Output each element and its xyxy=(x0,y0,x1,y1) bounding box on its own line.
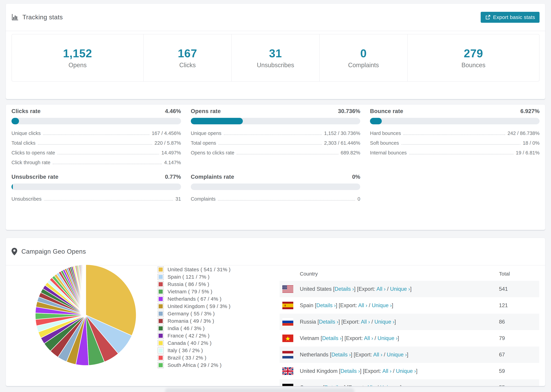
bracket: ] [Export: xyxy=(344,385,366,386)
stat-box-clicks: 167Clicks xyxy=(143,34,231,81)
country-name: United States xyxy=(300,286,333,292)
export-basic-stats-button[interactable]: Export basic stats xyxy=(481,12,540,23)
details-link[interactable]: Details › xyxy=(316,302,336,308)
legend-label: Brazil ( 33 / 2% ) xyxy=(168,355,206,361)
rate-block-unsubscribe-rate: Unsubscribe rate0.77%Unsubscribes31 xyxy=(11,174,181,203)
rate-row: Unique clicks167 / 4.456% xyxy=(11,128,181,138)
export-all-link[interactable]: All › xyxy=(366,385,375,386)
country-name: Germany xyxy=(300,385,323,386)
legend-swatch-color xyxy=(159,334,163,338)
rate-row-label: Complaints xyxy=(191,196,216,202)
dotted-leader xyxy=(403,134,505,135)
geo-table-header: Country Total xyxy=(280,267,539,281)
column-header-country: Country xyxy=(280,271,499,277)
legend-swatch-color xyxy=(159,275,163,279)
geo-table-row-nl: Netherlands [Details ›] [Export: All › /… xyxy=(280,347,539,363)
dotted-leader xyxy=(38,144,152,145)
details-link[interactable]: Details › xyxy=(322,335,342,341)
legend-label: Netherlands ( 67 / 4% ) xyxy=(168,296,221,302)
progress-bar-fill xyxy=(11,118,19,124)
legend-label: United States ( 541 / 31% ) xyxy=(168,267,231,273)
export-all-link[interactable]: All › xyxy=(382,368,391,374)
legend-swatch-color xyxy=(159,267,163,272)
rate-row-label: Soft bounces xyxy=(370,140,399,146)
export-unique-link[interactable]: Unique › xyxy=(390,286,410,292)
rate-row: Hard bounces242 / 86.738% xyxy=(370,128,540,138)
legend-swatch xyxy=(158,355,164,361)
geo-table-row-vn: Vietnam [Details ›] [Export: All › / Uni… xyxy=(280,330,539,347)
country-cell: Vietnam [Details ›] [Export: All › / Uni… xyxy=(293,335,499,341)
legend-item-romania: Romania ( 49 / 3% ) xyxy=(158,318,231,324)
geo-table-row-ru: Russia [Details ›] [Export: All › / Uniq… xyxy=(280,314,539,330)
rate-row-label: Click through rate xyxy=(11,160,50,165)
legend-swatch-color xyxy=(159,341,163,345)
legend-item-italy: Italy ( 36 / 2% ) xyxy=(158,347,231,354)
bracket: ] [Export: xyxy=(342,335,364,341)
rate-head: Bounce rate6.927% xyxy=(370,108,540,114)
legend-label: India ( 46 / 3% ) xyxy=(168,325,205,331)
rate-row-value: 4.147% xyxy=(164,160,181,165)
details-link[interactable]: Details › xyxy=(335,286,354,292)
legend-item-vietnam: Vietnam ( 79 / 5% ) xyxy=(158,288,231,295)
rate-row-label: Clicks to opens rate xyxy=(11,150,55,156)
geo-table-row-es: Spain [Details ›] [Export: All › / Uniqu… xyxy=(280,297,539,314)
export-all-link[interactable]: All › xyxy=(364,335,373,341)
bracket: ] [Export: xyxy=(354,286,376,292)
details-link[interactable]: Details › xyxy=(331,352,351,358)
pie-legend: United States ( 541 / 31% )Spain ( 121 /… xyxy=(158,266,231,369)
legend-swatch xyxy=(158,318,164,324)
tracking-stats-card: Tracking stats Export basic stats 1,152O… xyxy=(6,3,545,99)
slash-separator: / xyxy=(391,368,396,374)
column-header-total: Total xyxy=(499,271,539,277)
total-cell: 86 xyxy=(499,319,539,325)
export-unique-link[interactable]: Unique › xyxy=(377,335,397,341)
legend-item-south-africa: South Africa ( 29 / 2% ) xyxy=(158,362,231,368)
dotted-leader xyxy=(219,144,322,145)
vn-flag-icon xyxy=(282,335,293,342)
export-all-link[interactable]: All › xyxy=(376,286,386,292)
bracket: ] xyxy=(400,385,402,386)
legend-swatch-color xyxy=(159,312,163,316)
rate-row-label: Unsubscribes xyxy=(11,196,42,202)
stat-label: Complaints xyxy=(348,62,379,69)
rate-row: Unique opens1,152 / 30.736% xyxy=(191,128,360,138)
geo-table-row-us: United States [Details ›] [Export: All ›… xyxy=(280,281,539,297)
export-all-link[interactable]: All › xyxy=(373,352,382,358)
slash-separator: / xyxy=(373,335,377,341)
slash-separator: / xyxy=(386,286,390,292)
export-unique-link[interactable]: Unique › xyxy=(380,385,400,386)
rate-rows: Unique opens1,152 / 30.736%Total opens2,… xyxy=(191,128,360,157)
gb-flag-icon xyxy=(282,367,293,375)
legend-label: Romania ( 49 / 3% ) xyxy=(168,318,214,324)
rate-row: Complaints0 xyxy=(191,193,360,203)
dotted-leader xyxy=(218,200,355,201)
rate-row-value: 167 / 4.456% xyxy=(152,131,181,136)
rate-head: Clicks rate4.46% xyxy=(11,108,181,114)
country-name: Netherlands xyxy=(300,352,330,358)
slash-separator: / xyxy=(370,319,374,325)
export-unique-link[interactable]: Unique › xyxy=(387,352,407,358)
stat-value: 1,152 xyxy=(63,47,92,60)
details-link[interactable]: Details › xyxy=(319,319,339,325)
export-unique-link[interactable]: Unique › xyxy=(374,319,395,325)
campaign-geo-opens-card: Campaign Geo Opens United States ( 541 /… xyxy=(6,238,545,386)
bracket: ] xyxy=(392,302,393,308)
legend-swatch xyxy=(158,296,164,302)
rate-row-value: 689.82% xyxy=(341,150,360,156)
stats-summary-row: 1,152Opens167Clicks31Unsubscribes0Compla… xyxy=(11,34,540,82)
details-link[interactable]: Details › xyxy=(340,368,360,374)
rate-row-value: 220 / 5.87% xyxy=(155,140,181,146)
legend-swatch-color xyxy=(159,348,163,352)
geo-table-row-gb: United Kingdom [Details ›] [Export: All … xyxy=(280,363,539,379)
stat-box-opens: 1,152Opens xyxy=(12,34,143,81)
export-unique-link[interactable]: Unique › xyxy=(372,302,392,308)
legend-swatch-color xyxy=(159,326,163,330)
stat-value: 31 xyxy=(269,47,282,60)
legend-label: Russia ( 86 / 5% ) xyxy=(168,281,209,287)
campaign-geo-opens-title: Campaign Geo Opens xyxy=(21,248,86,255)
details-link[interactable]: Details › xyxy=(325,385,344,386)
export-unique-link[interactable]: Unique › xyxy=(396,368,416,374)
export-all-link[interactable]: All › xyxy=(358,302,367,308)
export-all-link[interactable]: All › xyxy=(361,319,370,325)
bottom-cutoff-element xyxy=(165,388,354,392)
